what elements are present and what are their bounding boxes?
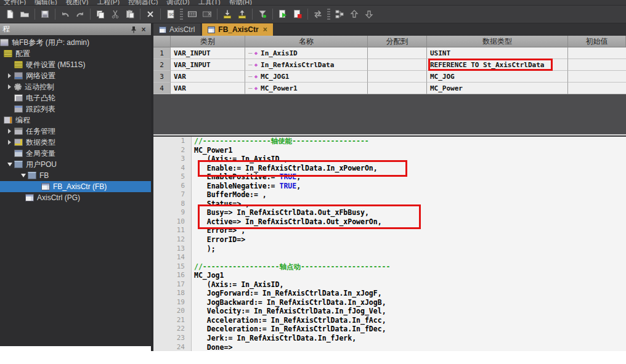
download-icon[interactable]: [221, 7, 234, 21]
code-line[interactable]: 21 Acceleration:= In_RefAxisCtrlData.In_…: [153, 316, 626, 325]
assigned-cell[interactable]: [368, 83, 427, 94]
grid-off-icon[interactable]: [200, 7, 214, 21]
code-line[interactable]: 14: [153, 253, 626, 262]
assigned-cell[interactable]: [368, 59, 427, 71]
sidebar-item-轴fb参考-用户-admin-[interactable]: 轴FB参考 (用户: admin): [0, 37, 151, 48]
sidebar-item-配置[interactable]: 配置: [0, 48, 151, 59]
code-line[interactable]: 15//------------------轴点动---------------…: [153, 262, 626, 272]
code-line[interactable]: 6 EnableNegative:= TRUE,: [153, 182, 626, 191]
code-line[interactable]: 7 BufferMode:= ,: [153, 190, 626, 200]
column-header[interactable]: 分配到: [368, 36, 427, 47]
name-cell[interactable]: ┄◆MC_Power1: [245, 83, 368, 94]
code-line[interactable]: 1//----------------轴使能------------------: [153, 137, 626, 146]
copy-icon[interactable]: [94, 7, 107, 21]
code-line[interactable]: 13 );: [153, 245, 626, 254]
chevron-collapsed-icon[interactable]: [5, 140, 14, 145]
code-line[interactable]: 22 Deceleration:= In_RefAxisCtrlData.In_…: [153, 325, 626, 334]
sidebar-item-fb[interactable]: FB: [0, 170, 151, 181]
category-cell[interactable]: VAR: [171, 71, 245, 83]
sidebar-item-硬件设置-m511s-[interactable]: 硬件设置 (M511S): [0, 59, 151, 70]
move-down-icon[interactable]: [362, 7, 376, 21]
code-line[interactable]: 19 JogBackward:= In_RefAxisCtrlData.In_x…: [153, 298, 626, 307]
initial-value-cell[interactable]: [568, 59, 626, 71]
column-header[interactable]: 数据类型: [427, 36, 568, 47]
keyboard-icon[interactable]: [185, 7, 199, 21]
stop-icon[interactable]: [291, 7, 304, 21]
code-line[interactable]: 24 Done=>: [153, 343, 626, 351]
cut-icon[interactable]: [108, 7, 122, 21]
name-cell[interactable]: ┄◆In_AxisID: [245, 47, 368, 59]
sidebar-item-用户pou[interactable]: 用户POU: [0, 159, 151, 170]
menu-item[interactable]: 帮助(H): [229, 0, 252, 6]
initial-value-cell[interactable]: [568, 71, 626, 83]
column-header[interactable]: 初始值: [568, 36, 626, 47]
save-icon[interactable]: [38, 7, 52, 21]
tab-fb_axisctr[interactable]: FB_AxisCtr×: [202, 23, 272, 36]
sidebar-item-axisctrl-pg-[interactable]: AxisCtrl (PG): [0, 192, 151, 203]
delete-icon[interactable]: [144, 7, 157, 21]
name-cell[interactable]: ┄◆In_RefAxisCtrlData: [245, 59, 368, 71]
assigned-cell[interactable]: [368, 47, 427, 59]
variable-table-empty-area[interactable]: [153, 94, 626, 135]
row-number-cell[interactable]: 3: [153, 71, 171, 83]
undo-icon[interactable]: [59, 7, 72, 21]
row-number-cell[interactable]: 1: [153, 47, 171, 59]
monitor-icon[interactable]: [256, 7, 269, 21]
assigned-cell[interactable]: [368, 71, 427, 83]
menu-item[interactable]: 工具(T): [198, 0, 221, 6]
sidebar-item-任务管理[interactable]: 任务管理: [0, 126, 151, 137]
move-up-icon[interactable]: [348, 7, 361, 21]
chevron-expanded-icon[interactable]: [18, 174, 28, 177]
sidebar-item-数据类型[interactable]: 数据类型: [0, 137, 151, 148]
code-line[interactable]: 12 ErrorID=>: [153, 235, 626, 245]
column-header[interactable]: [153, 36, 171, 47]
menu-item[interactable]: 控制器(C): [128, 0, 158, 6]
close-icon[interactable]: ×: [139, 25, 148, 34]
tab-close-icon[interactable]: ×: [263, 25, 267, 34]
name-cell[interactable]: ┄◆MC_JOG1: [245, 71, 368, 83]
chevron-expanded-icon[interactable]: [5, 163, 14, 166]
datatype-cell[interactable]: MC_JOG: [427, 71, 568, 83]
code-line[interactable]: 23 Jerk:= In_RefAxisCtrlData.In_fJerk,: [153, 334, 626, 343]
initial-value-cell[interactable]: [568, 83, 626, 94]
sidebar-item-fb-axisctr-fb-[interactable]: FB_AxisCtr (FB): [0, 181, 151, 192]
sidebar-item-跟踪列表[interactable]: 跟踪列表: [0, 103, 151, 115]
category-cell[interactable]: VAR: [171, 83, 245, 94]
column-header[interactable]: 类别: [171, 36, 245, 47]
code-line[interactable]: 16MC_Jog1: [153, 271, 626, 280]
chevron-collapsed-icon[interactable]: [5, 129, 14, 134]
initial-value-cell[interactable]: [568, 47, 626, 59]
redo-icon[interactable]: [73, 7, 87, 21]
code-line[interactable]: 17 (Axis:= In_AxisID,: [153, 280, 626, 289]
chevron-collapsed-icon[interactable]: [5, 84, 14, 89]
run-icon[interactable]: [276, 7, 290, 21]
pin-icon[interactable]: [129, 25, 139, 34]
column-header[interactable]: 名称: [245, 36, 368, 47]
sidebar-item-网络设置[interactable]: 网络设置: [0, 70, 151, 81]
code-line[interactable]: 18 JogForward:= In_RefAxisCtrlData.In_xJ…: [153, 289, 626, 298]
tab-axisctrl[interactable]: AxisCtrl: [153, 23, 200, 36]
category-cell[interactable]: VAR_INPUT: [171, 47, 245, 59]
code-line[interactable]: 2MC_Power1: [153, 146, 626, 155]
open-folder-icon[interactable]: [18, 7, 31, 21]
datatype-cell[interactable]: USINT: [427, 47, 568, 59]
menu-item[interactable]: 视图(V): [66, 0, 89, 6]
category-cell[interactable]: VAR_INPUT: [171, 59, 245, 71]
new-file-icon[interactable]: [3, 7, 17, 21]
chevron-collapsed-icon[interactable]: [5, 73, 14, 78]
row-number-cell[interactable]: 4: [153, 83, 171, 94]
compile-icon[interactable]: [311, 7, 325, 21]
row-number-cell[interactable]: 2: [153, 59, 171, 71]
tree-view-icon[interactable]: [333, 7, 346, 21]
sidebar-item-运动控制[interactable]: 运动控制: [0, 81, 151, 92]
code-line[interactable]: 20 Velocity:= In_RefAxisCtrlData.In_fJog…: [153, 307, 626, 316]
menu-item[interactable]: 工程(P): [97, 0, 120, 6]
sidebar-item-编程[interactable]: 编程: [0, 115, 151, 126]
menu-item[interactable]: 编辑(E): [35, 0, 57, 6]
paste-icon[interactable]: [123, 7, 137, 21]
datatype-cell[interactable]: MC_Power: [427, 83, 568, 94]
menu-item[interactable]: 调试(D): [166, 0, 189, 6]
sidebar-item-全局变量[interactable]: 全局变量: [0, 148, 151, 159]
find-icon[interactable]: 90: [164, 7, 177, 21]
upload-icon[interactable]: [235, 7, 249, 21]
